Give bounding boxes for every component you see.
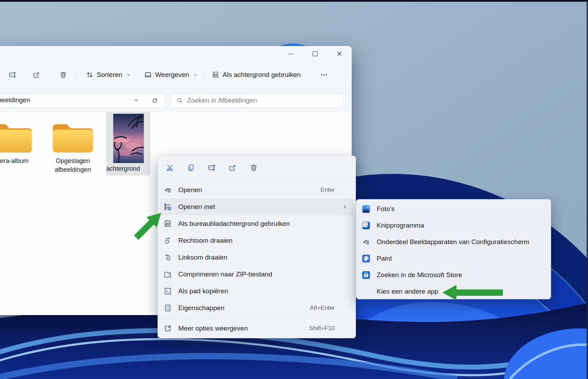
properties-icon <box>164 304 172 312</box>
shortcut-label: Alt+Enter <box>310 305 335 312</box>
view-icon <box>144 71 152 79</box>
chevron-down-icon[interactable] <box>133 98 139 103</box>
menu-separator <box>158 318 355 319</box>
rename-button[interactable] <box>204 160 219 175</box>
image-label: achtergrond <box>106 164 151 173</box>
snipping-tool-icon <box>362 221 370 230</box>
refresh-icon[interactable] <box>152 97 158 104</box>
imaging-device-icon <box>164 186 172 194</box>
sort-label: Sorteren <box>97 71 122 79</box>
set-as-background-label: Als achtergrond gebruiken <box>223 71 301 79</box>
toolbar-divider <box>77 69 77 80</box>
toolbar-divider <box>203 69 204 80</box>
address-text: beeldingen <box>0 96 30 104</box>
address-row: beeldingen <box>0 89 352 112</box>
submenu-item-fotos[interactable]: Foto's <box>358 201 549 217</box>
submenu-item-beeldapparaten[interactable]: Onderdeel Beeldapparaten van Configurati… <box>358 234 549 250</box>
search-box[interactable] <box>171 93 344 108</box>
menu-item-als-pad-kopieren[interactable]: Als pad kopiëren <box>160 283 354 300</box>
cut-icon <box>166 164 174 172</box>
paint-app-icon <box>362 254 370 263</box>
open-with-submenu: Foto's Knipprogramma Onderdeel Beeldappa… <box>356 199 551 299</box>
minimize-button[interactable] <box>281 48 301 60</box>
image-item-achtergrond-selected[interactable]: achtergrond <box>106 112 151 176</box>
store-app-icon <box>362 271 370 279</box>
menu-item-meer-opties-weergeven[interactable]: Meer opties weergeven Shift+F10 <box>160 320 354 336</box>
menu-item-als-bureaubladachtergrond[interactable]: Als bureaubladachtergrond gebruiken <box>160 215 354 232</box>
copy-button[interactable] <box>183 160 199 175</box>
sort-icon <box>86 71 94 79</box>
screenshot-top-edge <box>0 0 588 2</box>
delete-button[interactable] <box>55 66 71 83</box>
expand-icon <box>164 324 172 333</box>
rename-icon <box>208 164 216 172</box>
menu-item-comprimeren-zip[interactable]: Comprimeren naar ZIP-bestand <box>160 266 354 283</box>
submenu-item-microsoft-store[interactable]: Zoeken in de Microsoft Store <box>358 267 549 283</box>
command-toolbar: Sorteren Weergeven Als achtergrond gebru… <box>0 61 352 89</box>
rotate-right-icon <box>164 236 172 245</box>
maximize-icon <box>313 51 318 56</box>
close-icon <box>337 51 342 57</box>
imaging-device-icon <box>362 238 370 246</box>
folder-icon <box>51 119 95 155</box>
minimize-icon <box>288 54 293 54</box>
context-menu: Openen Enter Openen met Als bureaubladac… <box>158 156 356 338</box>
search-icon <box>177 97 183 104</box>
sort-button[interactable]: Sorteren <box>82 66 135 83</box>
screenshot-right-edge <box>587 0 588 379</box>
chevron-down-icon <box>193 72 198 77</box>
menu-item-eigenschappen[interactable]: Eigenschappen Alt+Enter <box>160 300 354 316</box>
copy-icon <box>187 164 195 172</box>
empty-icon-slot <box>362 287 370 296</box>
photos-app-icon <box>362 205 370 213</box>
address-bar[interactable]: beeldingen <box>0 93 165 108</box>
delete-icon <box>59 71 67 79</box>
view-label: Weergeven <box>155 71 189 79</box>
menu-item-openen[interactable]: Openen Enter <box>160 182 354 198</box>
close-button[interactable] <box>329 48 350 60</box>
title-bar <box>0 46 352 61</box>
submenu-item-kies-een-andere-app[interactable]: Kies een andere app <box>358 283 549 300</box>
share-button[interactable] <box>28 66 45 83</box>
folder-label: mera-album <box>0 157 34 165</box>
share-icon <box>229 164 237 172</box>
open-with-icon <box>164 203 172 211</box>
folder-item-opgeslagen-afbeeldingen[interactable]: Opgeslagen afbeeldingen <box>50 115 96 174</box>
share-icon <box>33 71 40 79</box>
shortcut-label: Shift+F10 <box>309 325 335 332</box>
submenu-item-paint[interactable]: Paint <box>358 250 549 267</box>
submenu-item-knipprogramma[interactable]: Knipprogramma <box>358 217 549 234</box>
screen: Sorteren Weergeven Als achtergrond gebru… <box>0 0 588 379</box>
ellipsis-icon <box>320 71 328 79</box>
more-options-button[interactable] <box>316 66 332 83</box>
wallpaper-icon <box>212 71 219 79</box>
rename-icon <box>9 71 17 79</box>
share-button[interactable] <box>225 160 240 175</box>
chevron-down-icon <box>126 72 131 77</box>
rename-button[interactable] <box>5 66 21 83</box>
image-thumbnail <box>113 114 144 163</box>
cut-button[interactable] <box>162 160 178 175</box>
delete-button[interactable] <box>246 160 261 175</box>
menu-item-openen-met[interactable]: Openen met <box>160 198 354 215</box>
folder-item-camera-album[interactable]: mera-album <box>0 115 34 165</box>
rotate-left-icon <box>164 253 172 262</box>
chevron-right-icon <box>342 204 347 210</box>
menu-item-rechtsom-draaien[interactable]: Rechtsom draaien <box>160 232 354 249</box>
folder-label: Opgeslagen afbeeldingen <box>50 157 96 174</box>
set-as-background-button[interactable]: Als achtergrond gebruiken <box>207 66 305 83</box>
quick-actions-row <box>158 156 356 179</box>
maximize-button[interactable] <box>305 48 325 60</box>
menu-item-linksom-draaien[interactable]: Linksom draaien <box>160 249 354 266</box>
wallpaper-icon <box>164 220 172 228</box>
zip-icon <box>164 270 172 279</box>
menu-separator <box>158 179 355 179</box>
copy-path-icon <box>164 287 172 295</box>
view-button[interactable]: Weergeven <box>140 66 202 83</box>
folder-icon <box>0 119 34 155</box>
shortcut-label: Enter <box>320 187 335 194</box>
delete-icon <box>250 164 258 172</box>
search-input[interactable] <box>186 93 335 107</box>
